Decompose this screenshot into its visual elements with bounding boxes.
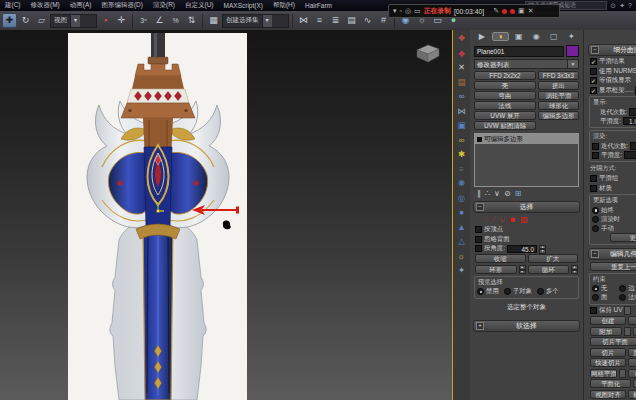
object-color-swatch[interactable] — [566, 45, 579, 57]
ffd-3x3x3-button[interactable]: FFD 3x3x3 — [538, 71, 579, 80]
tessellate-button[interactable]: 细化 — [628, 369, 636, 378]
red-diamond-tool-icon[interactable]: ◆ — [455, 47, 468, 59]
box-object[interactable] — [414, 42, 442, 64]
layer-manager-icon[interactable]: ≣ — [328, 13, 343, 28]
constraint-none-radio[interactable] — [592, 285, 599, 292]
sparkle-tool-icon[interactable]: ✦ — [455, 264, 468, 276]
slice-button[interactable]: 切片 — [590, 348, 626, 357]
help-icon[interactable]: ? — [628, 1, 632, 10]
smooth-result-checkbox[interactable]: ✓ — [590, 58, 597, 65]
attach-button[interactable]: 附加 — [590, 327, 622, 336]
detach-button[interactable]: 分离 — [633, 327, 636, 336]
perspective-viewport[interactable] — [0, 30, 452, 400]
border-subobject-icon[interactable]: ∪ — [499, 215, 505, 224]
spinner-snap-icon[interactable]: ⇅ — [184, 13, 199, 28]
pin-stack-icon[interactable]: ∥ — [477, 189, 481, 198]
ring-spinner[interactable]: ▴▾ — [519, 265, 526, 273]
modifier-stack[interactable]: 可编辑多边形 — [474, 133, 579, 187]
tab-display-icon[interactable]: ▢ — [546, 32, 562, 41]
tab-modify-icon[interactable]: ◑ — [492, 32, 510, 41]
search-icon[interactable]: ⊙ — [610, 1, 616, 10]
render-smoothness-field[interactable] — [624, 151, 636, 159]
constraint-edge-radio[interactable] — [619, 285, 626, 292]
by-angle-checkbox[interactable] — [475, 245, 482, 252]
expand-icon[interactable]: + — [476, 322, 484, 330]
collapse-icon[interactable]: − — [591, 46, 599, 54]
communication-center-icon[interactable]: ✦ — [619, 1, 625, 10]
ring-button[interactable]: 环形 — [475, 265, 517, 274]
make-unique-icon[interactable]: ∨ — [494, 189, 500, 198]
object-name-field[interactable]: Plane001 — [474, 46, 564, 57]
menu-item-animation[interactable]: 动画(A) — [65, 1, 97, 10]
snap-toggle-3d-icon[interactable]: 3ⁿ — [136, 13, 151, 28]
chevron-down-icon[interactable]: ▾ — [568, 59, 579, 69]
reference-coordinate-dropdown[interactable]: 视图 ▾ — [50, 14, 97, 28]
scissors-tool-icon[interactable]: ✕ — [455, 61, 468, 73]
cut-button[interactable]: 切割 — [628, 358, 636, 367]
menu-item-help[interactable]: 帮助(H) — [268, 1, 300, 10]
angle-snap-icon[interactable]: ∠ — [152, 13, 167, 28]
select-and-manipulate-icon[interactable]: ✛ — [114, 13, 129, 28]
grow-button[interactable]: 扩大 — [528, 254, 579, 263]
show-cage-checkbox[interactable]: ✓ — [590, 87, 597, 94]
edit-named-selection-sets-icon[interactable]: ▦ — [206, 13, 221, 28]
stack-item-editable-poly[interactable]: 可编辑多边形 — [475, 134, 578, 144]
uvw-map-clear-button[interactable]: UVW 贴图清除 — [474, 121, 536, 130]
tab-utilities-icon[interactable]: ✦ — [564, 32, 580, 41]
recorder-region-icon[interactable]: ▭ — [414, 5, 421, 17]
sun-tool-icon[interactable]: ☼ — [455, 250, 468, 262]
vertex-subobject-icon[interactable]: ∴ — [483, 215, 488, 224]
collapse-icon[interactable]: − — [476, 203, 484, 211]
mirror-tool-icon[interactable]: ⋈ — [455, 105, 468, 117]
mountain-tool-icon[interactable]: ▲ — [455, 221, 468, 233]
isoline-display-checkbox[interactable]: ✓ — [590, 77, 597, 84]
always-radio[interactable] — [592, 207, 599, 214]
unwrap-uvw-button[interactable]: UVW 展开 — [474, 111, 536, 120]
make-planar-button[interactable]: 平面化 — [590, 379, 631, 388]
align-icon[interactable]: ≡ — [312, 13, 327, 28]
view-align-button[interactable]: 视图对齐 — [590, 390, 626, 399]
attach-settings-button[interactable] — [624, 327, 631, 336]
show-end-result-icon[interactable]: ∴ — [485, 189, 490, 198]
element-subobject-icon[interactable]: ▧ — [520, 215, 528, 224]
constraint-face-radio[interactable] — [592, 294, 599, 301]
recorder-zoom-icon[interactable]: ◎ — [405, 5, 411, 17]
edge-subobject-icon[interactable]: ∕ — [493, 215, 494, 224]
modifier-list-dropdown[interactable]: 修改器列表 ▾ — [474, 59, 579, 69]
menu-item-customize[interactable]: 自定义(U) — [180, 1, 219, 10]
create-button[interactable]: 创建 — [590, 316, 626, 325]
gear-flower-tool-icon[interactable]: ✱ — [455, 148, 468, 160]
cube-tool-icon[interactable]: ▣ — [455, 119, 468, 131]
msmooth-settings-button[interactable] — [619, 369, 626, 378]
loop-button[interactable]: 循环 — [528, 265, 570, 274]
materials-checkbox[interactable] — [590, 185, 597, 192]
polygon-subobject-icon[interactable]: ■ — [510, 215, 515, 224]
angle-value-field[interactable]: 45.0 — [507, 245, 537, 253]
spherify-button[interactable]: 球形化 — [538, 101, 579, 110]
normal-button[interactable]: 法线 — [474, 101, 536, 110]
render-iterations-checkbox[interactable] — [592, 143, 599, 150]
repeat-last-button[interactable]: 重复上一个 — [590, 262, 636, 271]
sphere-tool-icon[interactable]: ● — [455, 206, 468, 218]
preserve-uvs-settings-button[interactable] — [624, 306, 631, 315]
recorder-window-icon[interactable]: ▫ — [400, 5, 402, 17]
recorder-pen-icon[interactable]: ✎ — [493, 5, 499, 17]
smoothness-field[interactable]: 1.0 — [623, 117, 636, 125]
recorder-menu-icon[interactable]: ▾ — [393, 5, 397, 17]
use-pivot-center-icon[interactable]: ▪ — [98, 13, 113, 28]
chain-tool-icon[interactable]: ∞ — [455, 134, 468, 146]
tab-create-icon[interactable]: ▶ — [474, 32, 490, 41]
chevron-down-icon[interactable]: ▾ — [70, 15, 80, 27]
preserve-uvs-checkbox[interactable] — [590, 307, 597, 314]
snowflake-tool-icon[interactable]: ❖ — [455, 32, 468, 44]
manually-radio[interactable] — [592, 225, 599, 232]
scale-icon[interactable]: ▱ — [34, 13, 49, 28]
named-selection-sets-dropdown[interactable]: 创建选择集 ▾ — [222, 14, 289, 28]
axis-gizmo[interactable] — [150, 199, 166, 215]
menu-item-modifiers[interactable]: 修改器(M) — [26, 1, 65, 10]
record-dot-icon[interactable] — [510, 9, 515, 14]
mirror-icon[interactable]: ⋈ — [296, 13, 311, 28]
rotate-icon[interactable]: ↻ — [18, 13, 33, 28]
select-and-move-icon[interactable]: ✚ — [2, 13, 17, 28]
graphite-ribbon-icon[interactable]: ▤ — [344, 13, 359, 28]
